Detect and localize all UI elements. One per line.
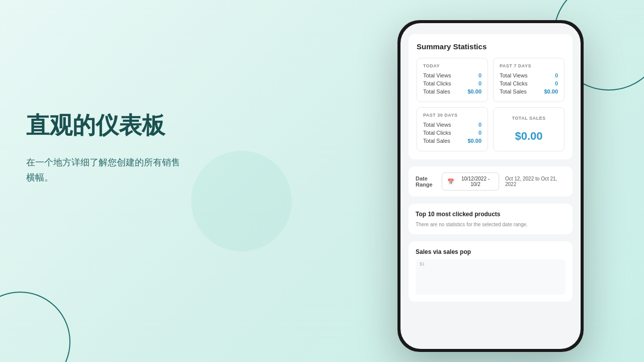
date-range-label: DateRange bbox=[416, 175, 436, 188]
stat-value: 0 bbox=[555, 80, 558, 86]
stat-box-7days: PAST 7 DAYS Total Views 0 Total Clicks 0… bbox=[493, 58, 565, 102]
stat-label: Total Sales bbox=[500, 88, 527, 95]
stat-label: Total Sales bbox=[423, 138, 450, 144]
phone-outer: Summary Statistics TODAY Total Views 0 T… bbox=[397, 20, 584, 352]
left-content: 直观的仪表板 在一个地方详细了解您创建的所有销售 横幅。 bbox=[26, 111, 180, 186]
subtext: 在一个地方详细了解您创建的所有销售 横幅。 bbox=[26, 155, 180, 186]
stat-value: 0 bbox=[478, 80, 481, 86]
phone-mockup: Summary Statistics TODAY Total Views 0 T… bbox=[397, 20, 584, 352]
stat-value: $0.00 bbox=[467, 138, 481, 144]
stat-period-total: TOTAL SALES bbox=[512, 116, 545, 121]
stat-row-7days-sales: Total Sales $0.00 bbox=[500, 88, 558, 95]
stat-row-today-views: Total Views 0 bbox=[423, 72, 481, 78]
stat-box-total-sales: TOTAL SALES $0.00 bbox=[493, 107, 565, 151]
stat-value: $0.00 bbox=[467, 88, 481, 95]
subtext-line2: 横幅。 bbox=[26, 172, 53, 183]
deco-circle-bottom-left bbox=[0, 292, 70, 362]
deco-blob-mid-left bbox=[191, 151, 292, 251]
stat-row-7days-views: Total Views 0 bbox=[500, 72, 558, 78]
stat-period-7days: PAST 7 DAYS bbox=[500, 63, 558, 68]
sales-chart-section: Sales via sales pop $1 bbox=[409, 241, 573, 302]
chart-placeholder: $1 bbox=[416, 259, 566, 295]
stat-row-30days-clicks: Total Clicks 0 bbox=[423, 130, 481, 136]
stat-label: Total Views bbox=[423, 122, 451, 128]
stat-row-30days-views: Total Views 0 bbox=[423, 122, 481, 128]
stat-period-30days: PAST 30 DAYS bbox=[423, 113, 481, 118]
stat-value: 0 bbox=[478, 72, 481, 78]
stats-grid: TODAY Total Views 0 Total Clicks 0 Total… bbox=[417, 58, 565, 151]
stat-box-today: TODAY Total Views 0 Total Clicks 0 Total… bbox=[417, 58, 488, 102]
stat-value: 0 bbox=[478, 130, 481, 136]
subtext-line1: 在一个地方详细了解您创建的所有销售 bbox=[26, 157, 180, 167]
chart-y-label: $1 bbox=[420, 261, 425, 266]
stat-label: Total Clicks bbox=[500, 80, 528, 86]
stat-value: 0 bbox=[478, 122, 481, 128]
date-range-text: Oct 12, 2022 to Oct 21, 2022 bbox=[505, 176, 566, 187]
top-products-title: Top 10 most clicked products bbox=[416, 211, 566, 218]
stat-row-today-clicks: Total Clicks 0 bbox=[423, 80, 481, 86]
stat-row-today-sales: Total Sales $0.00 bbox=[423, 88, 481, 95]
phone-screen[interactable]: Summary Statistics TODAY Total Views 0 T… bbox=[400, 23, 581, 349]
stat-label: Total Views bbox=[423, 72, 451, 78]
stat-value: $0.00 bbox=[544, 88, 558, 95]
calendar-icon: 📅 bbox=[447, 178, 454, 185]
stat-row-30days-sales: Total Sales $0.00 bbox=[423, 138, 481, 144]
stat-label: Total Clicks bbox=[423, 130, 451, 136]
summary-statistics-title: Summary Statistics bbox=[417, 42, 565, 51]
sales-chart-title: Sales via sales pop bbox=[416, 248, 566, 255]
stat-period-today: TODAY bbox=[423, 63, 481, 68]
date-picker-value: 10/12/2022 - 10/2 bbox=[457, 176, 494, 187]
top-products-section: Top 10 most clicked products There are n… bbox=[409, 204, 573, 234]
stat-label: Total Clicks bbox=[423, 80, 451, 86]
top-products-empty: There are no statistics for the selected… bbox=[416, 222, 566, 227]
summary-statistics-card: Summary Statistics TODAY Total Views 0 T… bbox=[409, 34, 573, 159]
stat-label: Total Views bbox=[500, 72, 527, 78]
stat-row-7days-clicks: Total Clicks 0 bbox=[500, 80, 558, 86]
date-picker-button[interactable]: 📅 10/12/2022 - 10/2 bbox=[442, 172, 499, 191]
phone-inner: Summary Statistics TODAY Total Views 0 T… bbox=[400, 23, 581, 349]
stat-label: Total Sales bbox=[423, 88, 450, 95]
total-sales-amount: $0.00 bbox=[515, 130, 542, 143]
headline: 直观的仪表板 bbox=[26, 111, 180, 141]
date-range-section: DateRange 📅 10/12/2022 - 10/2 Oct 12, 20… bbox=[409, 166, 573, 197]
stat-value: 0 bbox=[555, 72, 558, 78]
stat-box-30days: PAST 30 DAYS Total Views 0 Total Clicks … bbox=[417, 107, 488, 151]
